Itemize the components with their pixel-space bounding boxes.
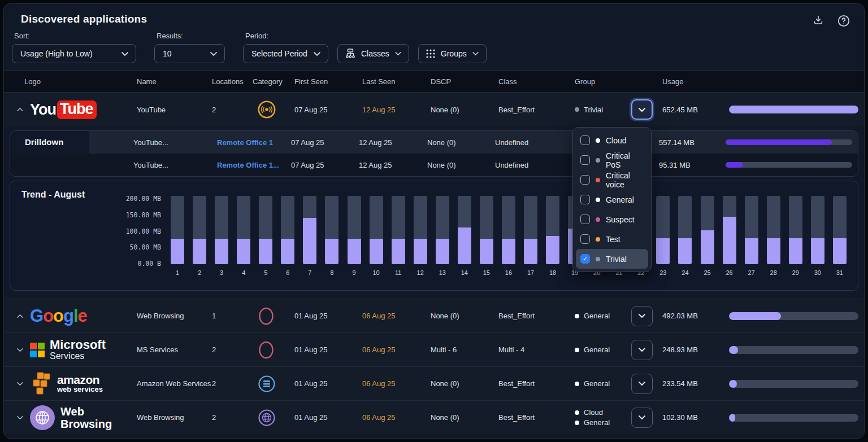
chevron-up-icon[interactable] [13,103,27,116]
group-dropdown-button[interactable] [631,408,653,428]
dscp-value: None (0) [427,138,495,147]
trend-bar: 24 [678,196,692,276]
app-name: Web Browsing [137,413,212,422]
classes-button-label: Classes [361,49,389,58]
checkbox[interactable] [580,175,590,185]
location-link[interactable]: Remote Office 1 [217,138,291,147]
group-dot-icon [575,314,579,318]
trend-bar: 28 [767,196,780,276]
x-axis-tick-label: 3 [220,269,223,276]
chevron-down-icon[interactable] [13,377,27,391]
checkbox[interactable] [580,155,590,165]
group-menu-item[interactable]: Test [576,229,648,249]
group-value: General [575,345,631,354]
x-axis-tick-label: 6 [286,269,289,276]
usage-bar [726,162,852,168]
drilldown-name: YouTube... [133,161,217,169]
app-name: Amazon Web Services [137,379,212,388]
group-menu-item[interactable]: Critical PoS [576,150,648,170]
trend-bar: 31 [833,196,847,276]
group-menu-item[interactable]: Critical voice [576,170,648,190]
group-value: General [575,312,631,320]
trend-bar-fill [767,238,780,264]
usage-bar [729,312,858,320]
checkbox[interactable] [580,195,590,204]
class-value: Best_Effort [498,312,575,320]
group-dot-icon [596,198,600,202]
class-value: Best_Effort [498,106,575,114]
usage-value: 233.54 MB [662,379,729,388]
trend-bar-track [480,196,493,264]
x-axis-tick-label: 27 [748,269,755,276]
checkbox[interactable] [580,234,590,244]
trend-bar-track [414,196,427,264]
trend-bar: 13 [436,196,449,276]
groups-button[interactable]: Groups [418,44,487,63]
trend-bar-track [678,196,692,264]
group-menu-item[interactable]: ✓Trivial [576,249,648,269]
trend-bar-fill [281,239,294,264]
group-menu-item[interactable]: General [576,190,648,209]
trend-bar-track [833,196,847,264]
microsoft-square [30,351,37,357]
trend-bar-track [370,196,383,264]
header-icons [812,13,850,28]
drilldown-panel: Drilldown YouTube... Remote Office 1 07 … [10,130,858,177]
table-row: Google Web Browsing 1 01 Aug 25 06 Aug 2… [4,299,864,332]
group-menu-item[interactable]: Suspect [576,209,648,229]
sort-select[interactable]: Usage (High to Low) [12,44,136,63]
x-axis-tick-label: 14 [461,269,468,276]
microsoft-logo: Microsoft Services [30,339,106,361]
trend-bar-fill [436,239,449,264]
microsoft-squares [30,343,45,357]
drilldown-row: YouTube... Remote Office 1 07 Aug 25 12 … [10,131,858,154]
trend-bar-fill [370,239,383,264]
first-seen: 01 Aug 25 [294,345,362,354]
trend-bar-fill [811,238,824,264]
first-seen: 01 Aug 25 [294,379,362,388]
servers-category-icon [253,374,294,393]
location-link[interactable]: Remote Office 1... [217,161,291,169]
trend-bar: 16 [502,196,515,276]
dscp-value: None (0) [431,379,498,388]
group-dropdown-button[interactable] [631,306,653,326]
drilldown-row: YouTube... Remote Office 1... 07 Aug 25 … [10,154,858,176]
usage-value: 102.30 MB [662,413,729,422]
x-axis-tick-label: 26 [726,269,732,276]
amazon-boxes [30,371,53,396]
period-select[interactable]: Selected Period [243,44,328,63]
group-dropdown-button[interactable] [631,340,653,360]
help-icon[interactable] [837,14,850,28]
checkbox[interactable] [580,135,590,145]
chevron-down-icon [313,51,321,56]
checkbox[interactable] [580,215,590,224]
group-menu-item[interactable]: Cloud [576,130,648,150]
results-select[interactable]: 10 [154,44,225,63]
download-icon[interactable] [812,14,826,28]
trend-bar-track [723,196,736,264]
classes-button[interactable]: Classes [337,44,409,63]
trend-bar-track [789,196,802,264]
chevron-down-icon[interactable] [13,343,27,357]
usage-bar [726,139,852,145]
x-axis-tick-label: 28 [770,269,777,276]
x-axis-tick-label: 4 [242,269,245,276]
trend-bar: 1 [171,196,184,276]
results-label: Results: [154,32,225,40]
column-header-class: Class [498,77,575,86]
usage-value: 492.03 MB [662,312,729,320]
locations-count: 2 [212,413,253,422]
checkbox[interactable]: ✓ [580,254,590,264]
table-header-row: Logo Name Locations Category First Seen … [4,70,864,93]
column-header-first-seen: First Seen [294,77,362,86]
drilldown-label: Drilldown [16,137,63,147]
groups-button-label: Groups [441,49,467,58]
class-value: Best_Effort [498,413,575,422]
group-dropdown-button[interactable] [631,99,653,120]
group-dropdown-button[interactable] [631,374,653,394]
chevron-up-icon[interactable] [13,309,27,323]
x-axis-tick-label: 2 [198,269,201,276]
chart-title: Trend - August [21,190,85,200]
chevron-down-icon[interactable] [13,411,27,425]
trend-bar-fill [193,239,206,264]
